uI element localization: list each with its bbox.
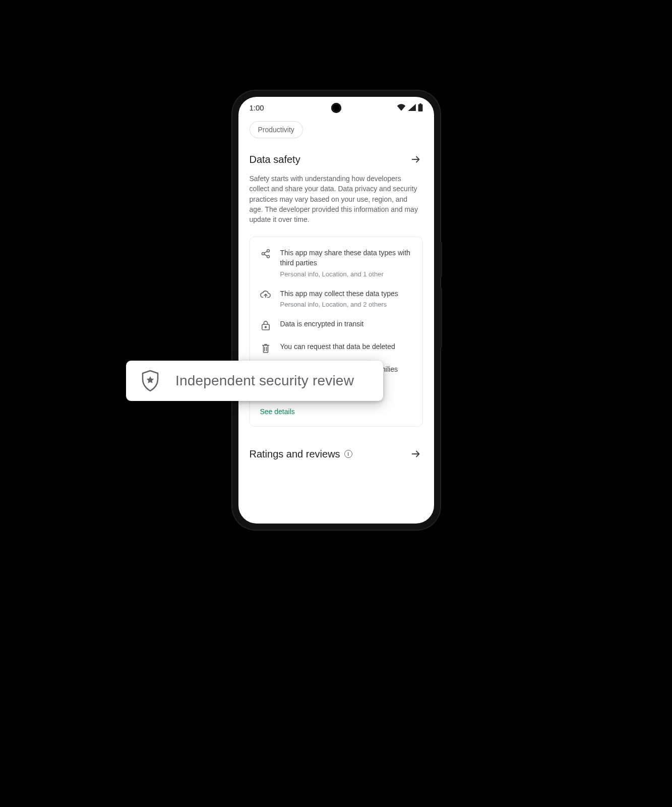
- svg-point-0: [267, 250, 269, 252]
- category-chip[interactable]: Productivity: [250, 121, 303, 138]
- security-review-callout: Independent security review: [126, 361, 383, 401]
- phone-frame: 1:00 Productivity Data safety Safety sta…: [232, 91, 440, 530]
- chip-label: Productivity: [258, 126, 294, 134]
- camera-hole: [331, 103, 341, 113]
- item-title: You can request that data be deleted: [280, 342, 412, 352]
- arrow-right-icon[interactable]: [409, 152, 423, 166]
- data-safety-title: Data safety: [250, 154, 300, 165]
- wifi-icon: [397, 104, 406, 111]
- data-safety-item: This app may share these data types with…: [260, 248, 412, 277]
- item-subtitle: Personal info, Location, and 2 others: [280, 301, 412, 308]
- phone-screen: 1:00 Productivity Data safety Safety sta…: [238, 97, 434, 524]
- signal-icon: [408, 104, 416, 111]
- battery-icon: [418, 103, 423, 111]
- item-subtitle: Personal info, Location, and 1 other: [280, 270, 412, 278]
- svg-point-1: [262, 253, 264, 255]
- item-title: Data is encrypted in transit: [280, 319, 412, 329]
- status-time: 1:00: [250, 103, 264, 112]
- share-icon: [260, 248, 271, 277]
- data-safety-item: This app may collect these data types Pe…: [260, 289, 412, 309]
- ratings-reviews-header[interactable]: Ratings and reviews i: [250, 447, 423, 461]
- svg-point-2: [267, 256, 269, 258]
- shield-star-icon: [140, 369, 160, 392]
- data-safety-header[interactable]: Data safety: [250, 152, 423, 166]
- data-safety-description: Safety starts with understanding how dev…: [250, 174, 423, 224]
- svg-point-4: [265, 327, 266, 328]
- data-safety-item: Data is encrypted in transit: [260, 319, 412, 331]
- ratings-title: Ratings and reviews: [250, 448, 340, 460]
- item-title: This app may collect these data types: [280, 289, 412, 299]
- cloud-upload-icon: [260, 289, 271, 309]
- arrow-right-icon[interactable]: [409, 447, 423, 461]
- data-safety-item: You can request that data be deleted: [260, 342, 412, 354]
- item-title: This app may share these data types with…: [280, 248, 412, 268]
- trash-icon: [260, 342, 271, 354]
- callout-label: Independent security review: [175, 373, 354, 389]
- status-icons: [397, 103, 423, 111]
- see-details-link[interactable]: See details: [260, 408, 295, 416]
- lock-icon: [260, 319, 271, 331]
- info-icon[interactable]: i: [344, 450, 352, 458]
